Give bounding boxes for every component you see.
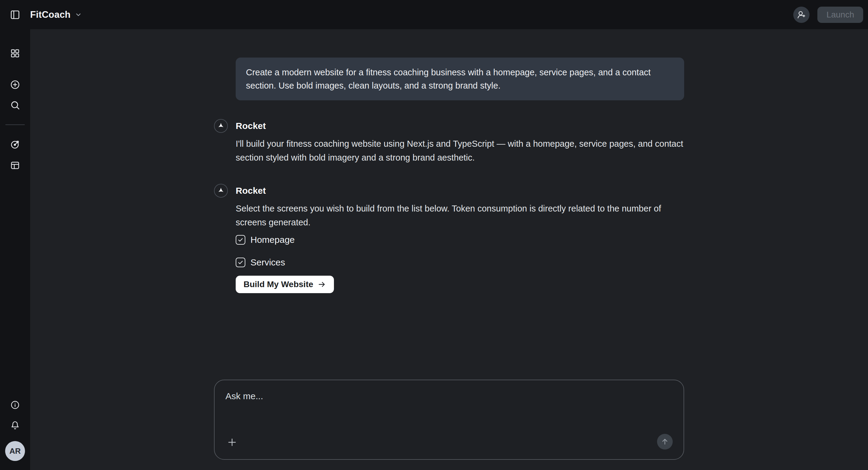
attach-button[interactable] <box>225 436 239 449</box>
bell-icon <box>10 420 20 430</box>
send-button[interactable] <box>657 434 673 449</box>
chat-column: Create a modern website for a fitness co… <box>214 29 684 293</box>
user-plus-icon <box>797 10 806 19</box>
screen-select-group: Homepage Services <box>236 235 684 268</box>
assistant-text: Select the screens you wish to build fro… <box>236 201 684 229</box>
rocket-logo-icon <box>217 122 225 130</box>
sidebar-item-screens[interactable] <box>8 158 22 173</box>
arrow-right-icon <box>318 280 326 289</box>
assistant-name: Rocket <box>236 184 684 198</box>
checkbox-homepage[interactable]: Homepage <box>236 235 684 245</box>
build-website-button[interactable]: Build My Website <box>236 276 334 293</box>
rocket-logo-icon <box>217 187 225 195</box>
assistant-message-body: Rocket Select the screens you wish to bu… <box>236 184 684 229</box>
checkbox-services[interactable]: Services <box>236 257 684 268</box>
assistant-avatar <box>214 184 228 198</box>
sidebar-bottom: AR <box>5 398 25 461</box>
assistant-text: I'll build your fitness coaching website… <box>236 137 684 164</box>
sidebar-item-search[interactable] <box>8 98 22 113</box>
sidebar-divider <box>5 124 25 125</box>
sidebar-item-new[interactable] <box>8 77 22 92</box>
user-message-bubble: Create a modern website for a fitness co… <box>236 58 684 100</box>
search-icon <box>10 100 20 110</box>
sidebar: AR <box>0 29 30 470</box>
sidebar-toggle-button[interactable] <box>7 6 24 23</box>
invite-user-button[interactable] <box>793 7 809 23</box>
body-row: AR Create a modern website for a fitness… <box>0 29 868 470</box>
build-website-label: Build My Website <box>244 280 313 289</box>
assistant-avatar <box>214 119 228 133</box>
info-icon <box>10 400 20 410</box>
assistant-message: Rocket I'll build your fitness coaching … <box>214 119 684 164</box>
target-icon <box>10 139 20 150</box>
sidebar-item-help[interactable] <box>8 398 22 412</box>
page-title: FitCoach <box>30 9 70 20</box>
checkbox-label: Services <box>250 257 285 268</box>
sidebar-item-dashboard[interactable] <box>8 46 22 61</box>
plus-icon <box>226 437 238 448</box>
chat-input[interactable] <box>215 380 684 429</box>
app-window: FitCoach Launch <box>0 0 868 470</box>
topbar: FitCoach Launch <box>0 0 868 29</box>
sidebar-item-notifications[interactable] <box>8 418 22 432</box>
plus-circle-icon <box>10 80 20 90</box>
chat-content: Create a modern website for a fitness co… <box>30 29 868 470</box>
user-avatar[interactable]: AR <box>5 441 25 461</box>
assistant-message: Rocket Select the screens you wish to bu… <box>214 184 684 229</box>
checkbox-checked-icon <box>236 258 245 267</box>
layout-icon <box>10 161 20 170</box>
panel-left-icon <box>10 10 20 20</box>
composer <box>214 380 684 460</box>
assistant-message-body: Rocket I'll build your fitness coaching … <box>236 119 684 164</box>
sidebar-item-goals[interactable] <box>8 137 22 152</box>
assistant-name: Rocket <box>236 119 684 133</box>
checkbox-checked-icon <box>236 235 245 245</box>
arrow-up-icon <box>661 437 669 446</box>
grid-icon <box>10 49 20 58</box>
launch-button[interactable]: Launch <box>817 7 863 23</box>
topbar-menu-area <box>0 6 30 23</box>
project-switcher[interactable]: FitCoach <box>30 9 82 20</box>
chevron-down-icon <box>75 11 82 19</box>
checkbox-label: Homepage <box>250 235 295 245</box>
